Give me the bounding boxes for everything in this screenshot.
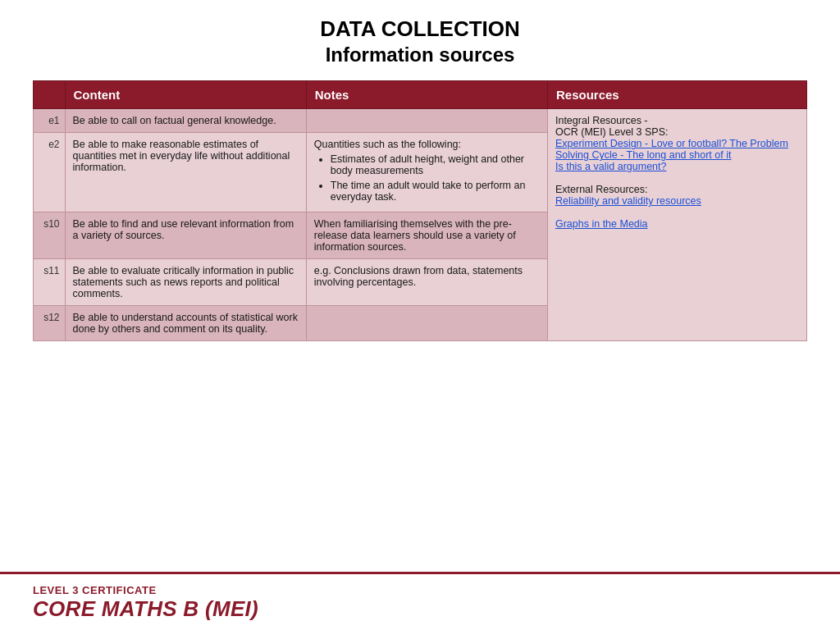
link-experiment-design[interactable]: Experiment Design - Love or football? Th… — [555, 138, 788, 161]
content-s11: Be able to evaluate critically informati… — [65, 259, 306, 306]
link-valid-argument[interactable]: Is this a valid argument? — [555, 161, 667, 172]
title-line1: DATA COLLECTION — [33, 16, 807, 42]
integral-label: Integral Resources - — [555, 115, 648, 126]
page-container: DATA COLLECTION Information sources Cont… — [0, 0, 840, 630]
main-content: DATA COLLECTION Information sources Cont… — [0, 0, 840, 572]
title-line2: Information sources — [33, 42, 807, 67]
external-label: External Resources: — [555, 184, 648, 195]
notes-e1 — [306, 109, 547, 133]
notes-e2-intro: Quantities such as the following: — [314, 139, 461, 150]
notes-s10: When familiarising themselves with the p… — [306, 212, 547, 259]
content-s12: Be able to understand accounts of statis… — [65, 306, 306, 341]
col-id-header — [34, 81, 66, 109]
col-notes-header: Notes — [306, 81, 547, 109]
link-graphs-media[interactable]: Graphs in the Media — [555, 218, 648, 230]
row-id-e1: e1 — [34, 109, 66, 133]
main-table: Content Notes Resources e1 Be able to ca… — [33, 80, 807, 341]
notes-s11: e.g. Conclusions drawn from data, statem… — [306, 259, 547, 306]
list-item: Estimates of adult height, weight and ot… — [331, 153, 540, 176]
row-id-s12: s12 — [34, 306, 66, 341]
content-e2: Be able to make reasonable estimates of … — [65, 133, 306, 212]
col-content-header: Content — [65, 81, 306, 109]
notes-s12 — [306, 306, 547, 341]
ocr-label: OCR (MEI) Level 3 SPS: — [555, 126, 669, 138]
table-header: Content Notes Resources — [34, 81, 807, 109]
notes-e2-list: Estimates of adult height, weight and ot… — [314, 153, 540, 203]
link-reliability[interactable]: Reliability and validity resources — [555, 195, 701, 207]
footer-subtitle: LEVEL 3 CERTIFICATE — [33, 584, 807, 596]
table-body: e1 Be able to call on factual general kn… — [34, 109, 807, 341]
table-row: e1 Be able to call on factual general kn… — [34, 109, 807, 133]
content-s10: Be able to find and use relevant informa… — [65, 212, 306, 259]
notes-e2: Quantities such as the following: Estima… — [306, 133, 547, 212]
footer-title: CORE MATHS B (MEI) — [33, 596, 807, 622]
page-title: DATA COLLECTION Information sources — [33, 16, 807, 67]
row-id-s11: s11 — [34, 259, 66, 306]
resources-cell: Integral Resources - OCR (MEI) Level 3 S… — [547, 109, 806, 341]
content-e1: Be able to call on factual general knowl… — [65, 109, 306, 133]
footer: LEVEL 3 CERTIFICATE CORE MATHS B (MEI) — [0, 572, 840, 630]
list-item: The time an adult would take to perform … — [331, 180, 540, 203]
col-resources-header: Resources — [547, 81, 806, 109]
row-id-e2: e2 — [34, 133, 66, 212]
row-id-s10: s10 — [34, 212, 66, 259]
